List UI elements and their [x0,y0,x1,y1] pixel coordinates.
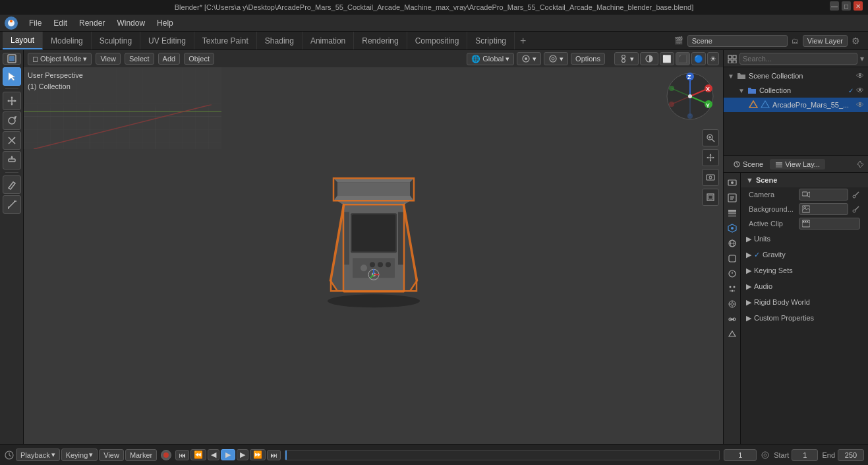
eyedropper-icon[interactable] [852,191,860,199]
rigid-body-section[interactable]: ▶ Rigid Body World [741,294,868,310]
collection-checkbox[interactable]: ✓ [848,87,854,94]
orthographic-btn[interactable] [702,189,719,206]
bg-eyedropper-icon[interactable] [852,205,860,213]
props-tab-constraints[interactable] [725,312,739,326]
tab-modeling[interactable]: Modeling [43,32,92,49]
tool-annotate[interactable] [3,175,21,194]
zoom-icon-btn[interactable] [702,129,719,146]
props-tab-physics[interactable] [725,297,739,311]
solid-btn[interactable]: ⬛ [676,52,690,65]
scene-selector[interactable] [687,35,788,47]
menu-window[interactable]: Window [111,17,150,29]
view-menu-timeline[interactable]: View [99,449,124,461]
menu-file[interactable]: File [24,17,47,29]
tab-uv-editing[interactable]: UV Editing [140,32,194,49]
next-frame-button[interactable]: ⏩ [250,449,266,460]
outliner-collection[interactable]: ▼ Collection ✓ 👁 [724,83,868,98]
view-menu[interactable]: View [96,53,121,65]
tool-measure[interactable] [3,195,21,214]
object-menu[interactable]: Object [184,53,214,65]
tab-scripting[interactable]: Scripting [467,32,515,49]
jump-end-button[interactable]: ⏭ [267,450,281,460]
outliner-scene-collection[interactable]: ▼ Scene Collection 👁 [724,69,868,83]
tool-move[interactable] [3,92,21,110]
tab-animation[interactable]: Animation [303,32,354,49]
props-tab-world[interactable] [725,236,739,251]
proportional-btn[interactable]: ▾ [544,52,568,65]
tab-rendering[interactable]: Rendering [354,32,407,49]
tool-cursor[interactable] [3,67,21,86]
props-tab-modifiers[interactable] [725,266,739,281]
outliner-filter-icon[interactable]: ▾ [860,54,864,63]
tab-shading[interactable]: Shading [257,32,303,49]
add-tab-button[interactable]: + [515,32,531,49]
gravity-checkbox[interactable]: ✓ [754,251,760,259]
props-tab-scene[interactable] [725,221,739,235]
props-tab-particles[interactable] [725,282,739,296]
custom-props-section[interactable]: ▶ Custom Properties [741,310,868,326]
props-tab-output[interactable] [725,191,739,205]
outliner-arcade-object[interactable]: ArcadePro_Mars_55_... 👁 [724,98,868,112]
background-value[interactable] [799,203,848,215]
end-frame[interactable]: 250 [838,449,864,461]
props-pin[interactable] [856,160,864,168]
options-btn[interactable]: Options [571,53,605,65]
start-frame[interactable]: 1 [792,449,818,461]
viewlayer-button[interactable]: View Layer [803,35,848,47]
tab-layout[interactable]: Layout [3,32,43,49]
props-tab-object[interactable] [725,251,739,266]
select-menu[interactable]: Select [125,53,154,65]
units-section[interactable]: ▶ Units [741,231,868,247]
marker-menu[interactable]: Marker [125,449,157,461]
scene-section-header[interactable]: ▼ Scene [741,173,868,187]
tab-sculpting[interactable]: Sculpting [92,32,140,49]
viewport-shading[interactable] [640,52,658,65]
viewport[interactable]: ◻ Object Mode ▾ View Select Add Object 🌐… [24,50,723,444]
rendered-btn[interactable]: ☀ [707,52,719,65]
navigation-gizmo[interactable]: X Y Z [664,70,716,123]
menu-render[interactable]: Render [74,17,110,29]
menu-edit[interactable]: Edit [48,17,72,29]
collection-eye[interactable]: 👁 [856,86,864,95]
jump-start-button[interactable]: ⏮ [175,450,189,460]
tool-transform[interactable] [3,151,21,170]
prev-frame-button[interactable]: ⏪ [190,449,206,460]
tool-select-mode[interactable] [3,53,21,65]
timeline-track[interactable] [285,450,720,460]
wireframe-btn[interactable]: ⬜ [660,52,674,65]
record-button[interactable] [161,450,171,460]
add-menu[interactable]: Add [158,53,181,65]
maximize-button[interactable]: □ [842,1,851,11]
props-tab-viewlayer[interactable] [725,206,739,220]
tab-texture-paint[interactable]: Texture Paint [194,32,257,49]
overlay-dropdown[interactable]: ▾ [614,52,639,65]
pan-icon-btn[interactable] [702,149,719,166]
props-viewlayer-tab[interactable]: View Lay... [770,159,825,170]
props-tab-data[interactable] [725,327,739,342]
keying-menu[interactable]: Keying ▾ [61,449,98,461]
camera-view-btn[interactable] [702,169,719,186]
close-button[interactable]: ✕ [854,1,863,11]
arcade-object-eye[interactable]: 👁 [856,100,864,109]
props-scene-tab[interactable]: Scene [728,159,768,170]
gravity-section[interactable]: ▶ ✓ Gravity [741,247,868,263]
tool-rotate[interactable] [3,111,21,130]
next-keyframe-button[interactable]: ▶ [237,449,248,460]
outliner-search-input[interactable] [739,53,857,65]
camera-value[interactable] [799,189,848,201]
snap-button[interactable]: ▾ [517,52,541,65]
tab-compositing[interactable]: Compositing [407,32,468,49]
3d-model[interactable] [295,159,453,319]
props-tab-render[interactable] [725,175,739,190]
material-btn[interactable]: 🔵 [691,52,706,65]
menu-help[interactable]: Help [152,17,179,29]
playback-menu[interactable]: Playback ▾ [16,449,60,461]
tool-scale[interactable] [3,131,21,150]
minimize-button[interactable]: — [830,1,839,11]
keying-sets-section[interactable]: ▶ Keying Sets [741,263,868,278]
scene-collection-eye[interactable]: 👁 [856,71,864,80]
audio-section[interactable]: ▶ Audio [741,278,868,294]
transform-selector[interactable]: 🌐 Global ▾ [467,53,514,65]
prev-keyframe-button[interactable]: ◀ [208,449,219,460]
current-frame[interactable]: 1 [724,449,757,461]
